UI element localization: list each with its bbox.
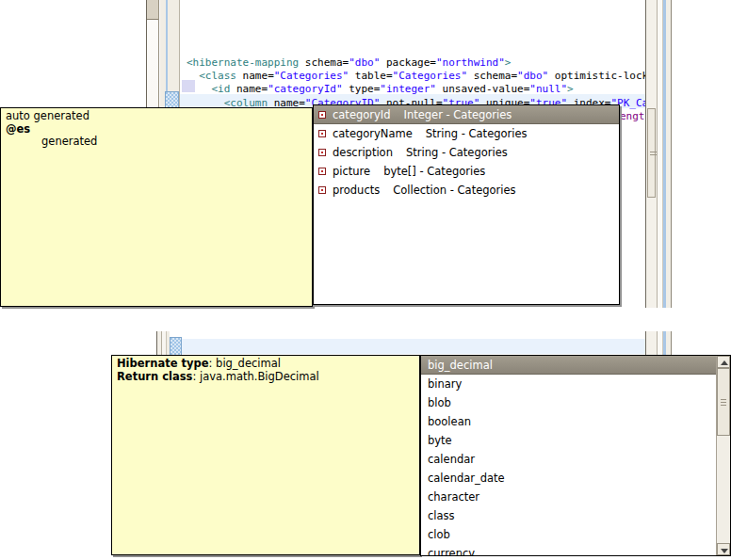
tooltip-value: : java.math.BigDecimal	[192, 370, 318, 383]
completion-item-products[interactable]: productsCollection - Categories	[314, 181, 619, 200]
tooltip-label: Hibernate type	[117, 357, 209, 370]
completion-item-name: clob	[428, 528, 450, 541]
completion-item-name: calendar_date	[428, 472, 505, 485]
right-scrollbar-bottom[interactable]	[645, 331, 672, 356]
code-line: <id name="categoryId" type="integer" uns…	[187, 83, 645, 96]
completion-item-name: class	[428, 509, 455, 522]
completion-item-name: categoryName	[333, 127, 413, 140]
tooltip-keyword: @es	[6, 123, 307, 136]
completion-item-name: blob	[428, 396, 451, 409]
tooltip-value: : big_decimal	[209, 357, 281, 370]
completion-item-name: currency	[428, 547, 475, 555]
right-scrollbar[interactable]	[645, 0, 672, 308]
current-line-highlight-bottom	[182, 339, 645, 354]
tooltip-row: Return class: java.math.BigDecimal	[117, 371, 414, 384]
completion-item-calendar[interactable]: calendar	[421, 450, 716, 469]
code-area-bottom[interactable]: <property name="categoryId" type=""/>	[182, 331, 645, 356]
completion-item-name: products	[333, 184, 380, 197]
annotation-ruler-bottom[interactable]	[156, 331, 170, 356]
code-line: <hibernate-mapping schema="dbo" package=…	[187, 56, 645, 70]
completion-item-currency[interactable]: currency	[421, 544, 716, 555]
completion-list-types: big_decimalbinaryblobbooleanbytecalendar…	[421, 356, 716, 555]
code-line: <class name="Categories" table="Categori…	[187, 70, 645, 83]
completion-item-binary[interactable]: binary	[421, 375, 716, 393]
completion-item-type: Collection - Categories	[393, 184, 515, 197]
thumb-grip-icon	[721, 399, 726, 406]
field-icon	[318, 186, 326, 194]
completion-popup-types: big_decimalbinaryblobbooleanbytecalendar…	[420, 355, 731, 556]
completion-item-boolean[interactable]: boolean	[421, 412, 716, 431]
left-scrollbar-thumb[interactable]	[147, 0, 158, 20]
completion-item-type: String - Categories	[426, 127, 528, 140]
clipped-code-fragment: engt	[620, 110, 645, 123]
popup-scrollbar[interactable]	[716, 356, 730, 555]
completion-popup-properties: categoryIdInteger - CategoriescategoryNa…	[313, 104, 620, 305]
completion-item-type: String - Categories	[406, 146, 508, 159]
completion-list-properties: categoryIdInteger - CategoriescategoryNa…	[314, 105, 619, 200]
completion-item-name: binary	[428, 377, 462, 391]
completion-item-name: description	[333, 146, 393, 159]
completion-item-blob[interactable]: blob	[421, 393, 716, 412]
tooltip-detail: generated	[6, 136, 307, 149]
thumb-grip-icon	[650, 152, 657, 157]
completion-item-name: big_decimal	[428, 359, 493, 372]
doc-tooltip-property: auto generated @es generated	[0, 107, 313, 307]
completion-item-name: boolean	[428, 415, 471, 428]
field-icon	[318, 111, 326, 119]
completion-item-byte[interactable]: byte	[421, 431, 716, 450]
completion-item-name: byte	[428, 434, 452, 447]
completion-item-calendar_date[interactable]: calendar_date	[421, 469, 716, 488]
scroll-up-button[interactable]	[717, 356, 730, 368]
completion-item-clob[interactable]: clob	[421, 525, 716, 544]
tooltip-row: Hibernate type: big_decimal	[117, 358, 414, 371]
field-icon	[318, 130, 326, 137]
completion-item-big_decimal[interactable]: big_decimal	[421, 356, 716, 375]
tooltip-rows: Hibernate type: big_decimalReturn class:…	[117, 358, 414, 383]
completion-item-categoryName[interactable]: categoryNameString - Categories	[314, 124, 619, 143]
doc-tooltip-type: Hibernate type: big_decimalReturn class:…	[111, 355, 420, 555]
completion-item-name: picture	[333, 165, 370, 178]
right-scrollbar-thumb[interactable]	[647, 108, 656, 198]
completion-item-description[interactable]: descriptionString - Categories	[314, 143, 619, 162]
completion-item-name: calendar	[428, 453, 475, 466]
arrow-down-icon	[721, 549, 728, 553]
completion-item-type: Integer - Categories	[404, 108, 512, 121]
completion-item-picture[interactable]: picturebyte[] - Categories	[314, 162, 619, 181]
scroll-down-button[interactable]	[717, 543, 730, 555]
field-icon	[318, 149, 326, 156]
tooltip-line: auto generated	[6, 110, 307, 123]
completion-item-name: character	[428, 490, 479, 504]
completion-item-class[interactable]: class	[421, 506, 716, 525]
completion-item-type: byte[] - Categories	[383, 165, 485, 178]
tooltip-label: Return class	[117, 370, 192, 383]
completion-item-categoryId[interactable]: categoryIdInteger - Categories	[314, 105, 619, 124]
completion-item-character[interactable]: character	[421, 488, 716, 506]
popup-scrollbar-thumb[interactable]	[717, 368, 730, 436]
xml-editor-bottom: <property name="categoryId" type=""/>	[156, 331, 672, 356]
completion-item-name: categoryId	[333, 108, 391, 121]
current-line-marker-bottom	[170, 337, 182, 356]
field-icon	[318, 168, 326, 175]
arrow-up-icon	[721, 360, 728, 365]
